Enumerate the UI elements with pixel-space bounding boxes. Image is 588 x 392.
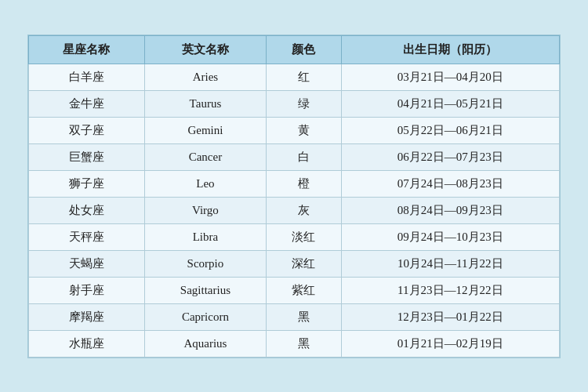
- cell-chinese: 天秤座: [29, 223, 145, 250]
- cell-color: 黄: [266, 117, 341, 143]
- cell-english: Aquarius: [144, 330, 266, 357]
- zodiac-table-container: 星座名称 英文名称 颜色 出生日期（阳历） 白羊座Aries红03月21日—04…: [27, 34, 561, 358]
- table-row: 天蝎座Scorpio深红10月24日—11月22日: [29, 250, 560, 277]
- table-body: 白羊座Aries红03月21日—04月20日金牛座Taurus绿04月21日—0…: [29, 64, 560, 357]
- cell-dates: 09月24日—10月23日: [341, 223, 559, 250]
- cell-color: 深红: [266, 250, 341, 277]
- cell-chinese: 巨蟹座: [29, 143, 145, 170]
- cell-dates: 05月22日—06月21日: [341, 117, 559, 143]
- table-row: 摩羯座Capricorn黑12月23日—01月22日: [29, 303, 560, 330]
- table-row: 双子座Gemini黄05月22日—06月21日: [29, 117, 560, 143]
- table-row: 金牛座Taurus绿04月21日—05月21日: [29, 90, 560, 117]
- cell-color: 橙: [266, 170, 341, 197]
- cell-dates: 03月21日—04月20日: [341, 64, 559, 90]
- cell-english: Virgo: [144, 197, 266, 223]
- cell-english: Scorpio: [144, 250, 266, 277]
- table-row: 白羊座Aries红03月21日—04月20日: [29, 64, 560, 90]
- col-header-chinese: 星座名称: [29, 35, 145, 64]
- table-row: 处女座Virgo灰08月24日—09月23日: [29, 197, 560, 223]
- table-row: 巨蟹座Cancer白06月22日—07月23日: [29, 143, 560, 170]
- cell-color: 绿: [266, 90, 341, 117]
- col-header-dates: 出生日期（阳历）: [341, 35, 559, 64]
- cell-dates: 08月24日—09月23日: [341, 197, 559, 223]
- cell-english: Cancer: [144, 143, 266, 170]
- cell-color: 黑: [266, 330, 341, 357]
- cell-color: 白: [266, 143, 341, 170]
- table-row: 天秤座Libra淡红09月24日—10月23日: [29, 223, 560, 250]
- cell-english: Leo: [144, 170, 266, 197]
- table-row: 狮子座Leo橙07月24日—08月23日: [29, 170, 560, 197]
- cell-dates: 04月21日—05月21日: [341, 90, 559, 117]
- cell-dates: 12月23日—01月22日: [341, 303, 559, 330]
- cell-dates: 06月22日—07月23日: [341, 143, 559, 170]
- cell-chinese: 双子座: [29, 117, 145, 143]
- cell-color: 灰: [266, 197, 341, 223]
- cell-dates: 07月24日—08月23日: [341, 170, 559, 197]
- zodiac-table: 星座名称 英文名称 颜色 出生日期（阳历） 白羊座Aries红03月21日—04…: [28, 35, 560, 358]
- cell-color: 淡红: [266, 223, 341, 250]
- cell-dates: 01月21日—02月19日: [341, 330, 559, 357]
- table-header-row: 星座名称 英文名称 颜色 出生日期（阳历）: [29, 35, 560, 64]
- cell-dates: 10月24日—11月22日: [341, 250, 559, 277]
- cell-color: 紫红: [266, 277, 341, 303]
- col-header-english: 英文名称: [144, 35, 266, 64]
- table-row: 水瓶座Aquarius黑01月21日—02月19日: [29, 330, 560, 357]
- col-header-color: 颜色: [266, 35, 341, 64]
- cell-dates: 11月23日—12月22日: [341, 277, 559, 303]
- cell-chinese: 白羊座: [29, 64, 145, 90]
- cell-english: Sagittarius: [144, 277, 266, 303]
- cell-chinese: 处女座: [29, 197, 145, 223]
- cell-english: Capricorn: [144, 303, 266, 330]
- cell-chinese: 射手座: [29, 277, 145, 303]
- cell-english: Gemini: [144, 117, 266, 143]
- cell-chinese: 天蝎座: [29, 250, 145, 277]
- cell-english: Aries: [144, 64, 266, 90]
- table-row: 射手座Sagittarius紫红11月23日—12月22日: [29, 277, 560, 303]
- cell-color: 黑: [266, 303, 341, 330]
- cell-chinese: 摩羯座: [29, 303, 145, 330]
- cell-chinese: 金牛座: [29, 90, 145, 117]
- cell-english: Libra: [144, 223, 266, 250]
- cell-color: 红: [266, 64, 341, 90]
- cell-english: Taurus: [144, 90, 266, 117]
- cell-chinese: 水瓶座: [29, 330, 145, 357]
- cell-chinese: 狮子座: [29, 170, 145, 197]
